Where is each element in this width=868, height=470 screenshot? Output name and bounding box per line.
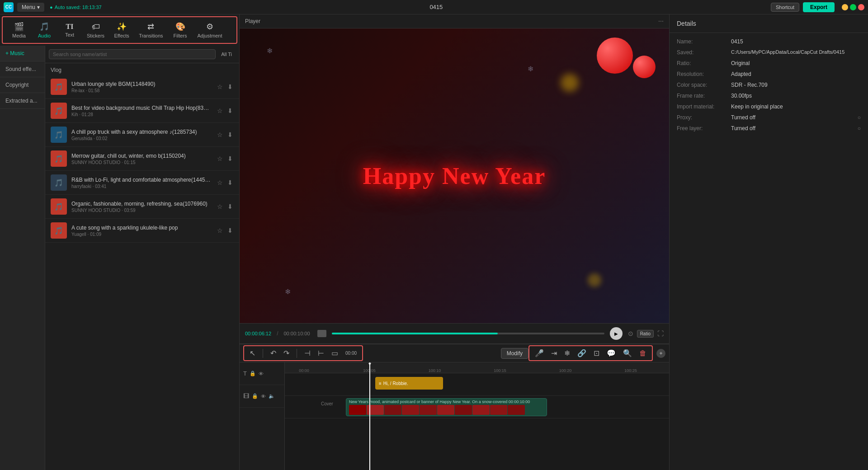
download-button[interactable]: ⬇ [226, 178, 234, 187]
music-meta: Kih · 01:28 [71, 112, 212, 117]
bokeh-2 [588, 273, 601, 287]
sidebar-item-sound-effect[interactable]: Sound effe... [0, 61, 45, 77]
music-title: Organic, fashionable, morning, refreshin… [71, 201, 212, 207]
list-item[interactable]: 🎵 Best for video background music Chill … [45, 99, 239, 123]
minimize-button[interactable] [842, 4, 848, 10]
sidebar-item-music[interactable]: + Music [0, 46, 45, 61]
fullscreen-button[interactable]: ⛶ [657, 330, 664, 337]
mini-timeline[interactable] [332, 333, 604, 334]
toolbar-separator-2 [297, 349, 297, 358]
download-button[interactable]: ⬇ [226, 106, 234, 115]
toolbar-item-audio[interactable]: 🎵 Audio [32, 20, 57, 40]
link-button[interactable]: 🔗 [576, 348, 588, 358]
favorite-button[interactable]: ☆ [216, 130, 224, 139]
music-thumb: 🎵 [51, 174, 67, 191]
export-button[interactable]: Export [803, 2, 835, 12]
download-button[interactable]: ⬇ [226, 82, 234, 91]
list-item[interactable]: 🎵 Urban lounge style BGM(1148490) Re-lax… [45, 75, 239, 99]
list-item[interactable]: 🎵 A cute song with a sparkling ukulele-l… [45, 219, 239, 243]
video-frame-8 [472, 405, 490, 415]
freeze-frame-button[interactable]: ❄ [562, 348, 572, 358]
text-track-lock-icon: 🔒 [250, 371, 256, 376]
video-frame-3 [384, 405, 401, 415]
list-item[interactable]: 🎵 A chill pop truck with a sexy atmosphe… [45, 123, 239, 147]
mic-button[interactable]: 🎤 [533, 348, 546, 358]
player-menu-icon[interactable]: ⋯ [658, 18, 664, 24]
crop-button[interactable]: ⊡ [592, 348, 601, 358]
detail-row: Frame rate: 30.00fps [677, 93, 861, 99]
list-item[interactable]: 🎵 Organic, fashionable, morning, refresh… [45, 195, 239, 219]
favorite-button[interactable]: ☆ [216, 202, 224, 211]
search-input[interactable] [49, 49, 216, 59]
toolbar-item-stickers[interactable]: 🏷 Stickers [82, 20, 109, 40]
toolbar-item-adjustment[interactable]: ⚙ Adjustment [193, 20, 227, 40]
detail-value: Adapted [731, 71, 861, 77]
video-track-frames [349, 405, 544, 415]
cut-tool-button[interactable]: ⊢ [316, 348, 326, 358]
undo-button[interactable]: ↶ [269, 348, 278, 358]
snowflake-1: ❄ [267, 47, 273, 55]
cursor-tool-button[interactable]: ↖ [248, 348, 257, 358]
top-bar: CC Menu ▾ Auto saved: 18:13:37 0415 Shor… [0, 0, 868, 14]
sidebar-item-extracted[interactable]: Extracted a... [0, 93, 45, 109]
text-track-row: ≡ Hi, / Robbie. [285, 373, 669, 396]
timeline-tools-right: 🎤 ⇥ ❄ 🔗 ⊡ 💬 🔍 🗑 [528, 345, 653, 361]
music-thumb: 🎵 [51, 222, 67, 239]
cover-label: Cover [321, 401, 333, 406]
play-button[interactable]: ▶ [610, 327, 623, 340]
video-track-title: New Years mood, animated postcard or ban… [349, 400, 544, 404]
grid-icon[interactable] [317, 330, 326, 337]
shortcut-button[interactable]: Shortcut [771, 3, 799, 12]
zoom-in-button[interactable]: 🔍 [621, 348, 634, 358]
list-item[interactable]: 🎵 R&B with Lo-Fi, light and comfortable … [45, 171, 239, 195]
add-track-button[interactable]: + [656, 349, 665, 358]
all-tab[interactable]: All Ti [217, 50, 236, 59]
toolbar-item-transitions[interactable]: ⇄ Transitions [134, 20, 167, 40]
music-info: Urban lounge style BGM(1148490) Re-lax ·… [71, 81, 212, 93]
delete-tool-button[interactable]: ▭ [330, 348, 340, 358]
music-actions: ☆ ⬇ [216, 130, 234, 139]
redo-button[interactable]: ↷ [282, 348, 291, 358]
player-label: Player [245, 18, 260, 24]
list-item[interactable]: 🎵 Merrow guitar, chill out, winter, emo … [45, 147, 239, 171]
text-track-clip[interactable]: ≡ Hi, / Robbie. [375, 377, 443, 390]
toolbar-item-text[interactable]: TI Text [57, 21, 82, 39]
toolbar-item-filters[interactable]: 🎨 Filters [168, 20, 193, 40]
detail-row: Resolution: Adapted [677, 71, 861, 77]
download-button[interactable]: ⬇ [226, 154, 234, 163]
video-track-clip[interactable]: New Years mood, animated postcard or ban… [346, 398, 547, 416]
video-frame-9 [490, 405, 507, 415]
music-info: R&B with Lo-Fi, light and comfortable at… [71, 177, 212, 189]
toolbar-item-effects[interactable]: ✨ Effects [109, 20, 134, 40]
ratio-button[interactable]: Ratio [637, 330, 654, 338]
sidebar-item-copyright[interactable]: Copyright [0, 77, 45, 93]
track-label-video: 🎞 🔒 👁 🔈 [240, 385, 284, 408]
download-button[interactable]: ⬇ [226, 202, 234, 211]
favorite-button[interactable]: ☆ [216, 106, 224, 115]
menu-button[interactable]: Menu ▾ [17, 3, 44, 12]
toggle-icon[interactable]: ○ [858, 125, 861, 132]
download-button[interactable]: ⬇ [226, 226, 234, 235]
maximize-button[interactable] [850, 4, 856, 10]
stickers-icon: 🏷 [92, 22, 100, 32]
modify-button[interactable]: Modify [501, 348, 528, 359]
favorite-button[interactable]: ☆ [216, 82, 224, 91]
caption-button[interactable]: 💬 [605, 348, 618, 358]
toolbar-item-media[interactable]: 🎬 Media [6, 20, 32, 40]
time-display-button: 00:00 [344, 350, 359, 357]
video-track-lock-icon: 🔒 [252, 393, 258, 399]
split-clip-button[interactable]: ⇥ [549, 348, 559, 358]
split-tool-button[interactable]: ⊣ [302, 348, 312, 358]
favorite-button[interactable]: ☆ [216, 226, 224, 235]
timeline-area: ↖ ↶ ↷ ⊣ ⊢ ▭ 00:00 Modify 🎤 ⇥ ❄ 🔗 [240, 343, 669, 470]
download-button[interactable]: ⬇ [226, 130, 234, 139]
screenshot-button[interactable]: ⊙ [628, 330, 633, 337]
delete-clip-button[interactable]: 🗑 [637, 348, 648, 358]
favorite-button[interactable]: ☆ [216, 178, 224, 187]
favorite-button[interactable]: ☆ [216, 154, 224, 163]
music-meta: Gerushida · 03:02 [71, 136, 212, 141]
close-button[interactable] [858, 4, 864, 10]
toggle-icon[interactable]: ○ [858, 114, 861, 121]
music-actions: ☆ ⬇ [216, 202, 234, 211]
sidebar-tabs: + Music Sound effe... Copyright Extracte… [0, 46, 45, 470]
